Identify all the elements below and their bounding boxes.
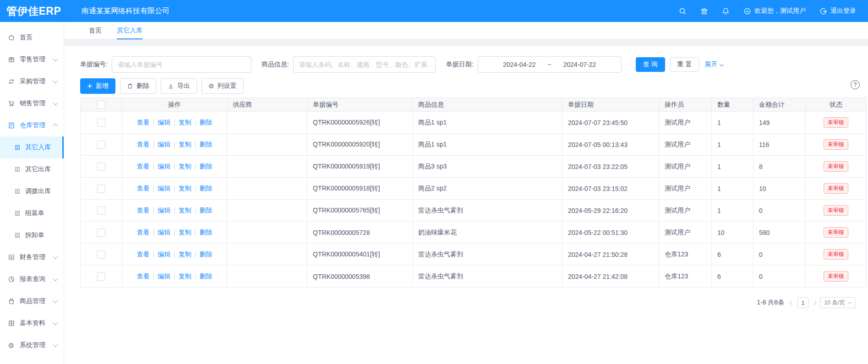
sidebar-item-assembly[interactable]: 组装单 (0, 202, 64, 224)
column-settings-button[interactable]: ⚙ 列设置 (202, 78, 244, 94)
view-link[interactable]: 查看 (137, 141, 150, 148)
doc-no-input[interactable] (112, 56, 251, 73)
view-link[interactable]: 查看 (137, 206, 150, 214)
copy-link[interactable]: 复制 (179, 119, 191, 126)
delete-link[interactable]: 删除 (199, 206, 212, 214)
row-checkbox[interactable] (97, 206, 105, 215)
delete-link[interactable]: 删除 (199, 250, 212, 258)
delete-link[interactable]: 删除 (199, 163, 212, 170)
copy-link[interactable]: 复制 (179, 206, 191, 214)
row-checkbox[interactable] (97, 163, 105, 171)
sidebar-item-retail[interactable]: 零售管理 (0, 49, 64, 71)
copy-link[interactable]: 复制 (179, 250, 191, 258)
row-actions: 查看|编辑|复制|删除 (122, 112, 227, 134)
chevron-left-icon (790, 300, 794, 305)
bell-icon[interactable] (722, 7, 730, 15)
row-checkbox[interactable] (97, 119, 105, 127)
edit-link[interactable]: 编辑 (158, 185, 170, 192)
reset-button[interactable]: 重 置 (670, 57, 699, 72)
delete-link[interactable]: 删除 (199, 119, 212, 126)
bank-icon[interactable] (700, 7, 708, 15)
chevron-down-icon (53, 78, 58, 83)
select-all-checkbox[interactable] (97, 101, 105, 109)
prev-page-button[interactable] (790, 301, 793, 304)
copy-link[interactable]: 复制 (179, 163, 191, 170)
sidebar-item-purchase[interactable]: 采购管理 (0, 71, 64, 92)
page-size-select[interactable]: 10 条/页 (820, 297, 855, 308)
copy-link[interactable]: 复制 (179, 272, 191, 280)
delete-link[interactable]: 删除 (199, 228, 212, 236)
sidebar-item-warehouse[interactable]: 仓库管理 (0, 114, 64, 136)
row-checkbox[interactable] (97, 185, 105, 193)
search-icon[interactable] (679, 7, 687, 15)
logout-button[interactable]: 退出登录 (819, 7, 856, 15)
sidebar-item-basic-data[interactable]: 基本资料 (0, 312, 64, 334)
delete-link[interactable]: 删除 (199, 141, 212, 148)
cell-operator: 仓库123 (659, 266, 712, 288)
sidebar-item-sales[interactable]: 销售管理 (0, 92, 64, 114)
user-dropdown-icon (743, 7, 751, 15)
date-range-picker[interactable]: 2024-04-22 ~ 2024-07-22 (478, 56, 622, 73)
main-area: 首页 其它入库 单据编号: 商品信息: 单据日期: 2024-04-22 ~ 2… (64, 22, 868, 364)
row-checkbox[interactable] (97, 272, 105, 281)
cell-doc-no: QTRK00000005765[转] (307, 200, 413, 222)
copy-link[interactable]: 复制 (179, 228, 191, 236)
view-link[interactable]: 查看 (137, 228, 150, 236)
delete-button[interactable]: 删除 (120, 78, 156, 94)
row-checkbox[interactable] (97, 228, 105, 237)
cell-doc-no: QTRK00000005918[转] (307, 178, 413, 200)
table-body: 查看|编辑|复制|删除 QTRK00000005926[转] 商品1 sp1 2… (81, 112, 867, 288)
cell-qty: 10 (712, 222, 753, 244)
toolbar: 新增 删除 导出 ⚙ 列设置 (80, 78, 864, 94)
product-info-input[interactable] (293, 56, 436, 73)
edit-link[interactable]: 编辑 (158, 206, 170, 214)
copy-link[interactable]: 复制 (179, 185, 191, 192)
row-checkbox[interactable] (97, 141, 105, 149)
chevron-down-icon (848, 300, 852, 304)
cell-qty: 6 (712, 244, 753, 266)
edit-link[interactable]: 编辑 (158, 272, 170, 280)
export-button[interactable]: 导出 (161, 78, 197, 94)
cell-supplier (227, 266, 307, 288)
tab-home[interactable]: 首页 (89, 22, 102, 39)
sidebar-item-home[interactable]: 首页 (0, 27, 64, 49)
expand-link[interactable]: 展开 (704, 60, 723, 69)
edit-link[interactable]: 编辑 (158, 163, 170, 170)
view-link[interactable]: 查看 (137, 119, 150, 126)
cell-operator: 测试用户 (659, 200, 712, 222)
next-page-button[interactable] (813, 301, 816, 304)
sidebar-item-system[interactable]: ⚙ 系统管理 (0, 334, 64, 356)
date-from-value: 2024-04-22 (503, 61, 536, 68)
warehouse-icon (7, 122, 15, 130)
sidebar-item-other-inbound[interactable]: 其它入库 (0, 136, 64, 158)
view-link[interactable]: 查看 (137, 250, 150, 258)
sidebar-item-finance[interactable]: 财务管理 (0, 246, 64, 268)
view-link[interactable]: 查看 (137, 163, 150, 170)
sidebar-item-transfer-outbound[interactable]: 调拨出库 (0, 180, 64, 202)
sidebar-item-disassembly[interactable]: 拆卸单 (0, 224, 64, 246)
view-link[interactable]: 查看 (137, 185, 150, 192)
tab-other-inbound[interactable]: 其它入库 (117, 22, 142, 39)
page-number-1[interactable]: 1 (797, 297, 808, 308)
edit-link[interactable]: 编辑 (158, 228, 170, 236)
sidebar-item-other-outbound[interactable]: 其它出库 (0, 158, 64, 180)
sidebar-item-products[interactable]: 商品管理 (0, 290, 64, 312)
copy-link[interactable]: 复制 (179, 141, 191, 148)
add-button[interactable]: 新增 (80, 78, 115, 94)
edit-link[interactable]: 编辑 (158, 119, 170, 126)
delete-link[interactable]: 删除 (199, 272, 212, 280)
search-button[interactable]: 查 询 (636, 57, 665, 72)
delete-link[interactable]: 删除 (199, 185, 212, 192)
cell-operator: 测试用户 (659, 156, 712, 178)
view-link[interactable]: 查看 (137, 272, 150, 280)
sidebar-item-reports[interactable]: 报表查询 (0, 268, 64, 290)
edit-link[interactable]: 编辑 (158, 250, 170, 258)
status-badge: 未审核 (824, 117, 848, 128)
row-actions: 查看|编辑|复制|删除 (122, 200, 227, 222)
row-checkbox[interactable] (97, 250, 105, 259)
edit-link[interactable]: 编辑 (158, 141, 170, 148)
cell-operator: 测试用户 (659, 222, 712, 244)
help-icon[interactable]: ? (851, 80, 860, 89)
user-menu[interactable]: 欢迎您，测试用户 (743, 7, 806, 15)
cell-amount: 0 (753, 266, 806, 288)
